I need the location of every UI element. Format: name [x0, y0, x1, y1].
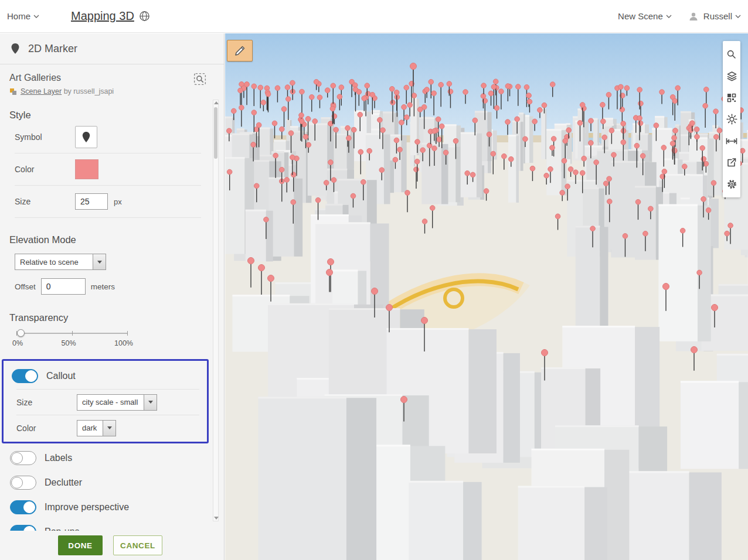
color-label: Color: [15, 165, 75, 174]
size-input[interactable]: [75, 193, 108, 210]
slider-handle[interactable]: [17, 329, 25, 337]
panel-footer: DONE CANCEL: [0, 531, 224, 560]
user-label: Russell: [703, 11, 732, 21]
sketch-edit-button[interactable]: [227, 40, 253, 62]
scrollbar-thumb[interactable]: [214, 107, 217, 159]
done-button[interactable]: DONE: [58, 535, 103, 555]
callout-toggle[interactable]: [12, 369, 38, 383]
improve-perspective-toggle-label: Improve perspective: [45, 502, 129, 513]
declutter-toggle-row: Declutter: [0, 470, 224, 495]
pin-symbol-icon: [81, 131, 91, 143]
scene-layer-icon: [9, 88, 17, 95]
tick-label-100: 100%: [114, 339, 133, 347]
search-button[interactable]: [723, 43, 740, 65]
size-row: Size px: [15, 185, 201, 217]
chevron-down-icon: [103, 421, 115, 436]
callout-size-dropdown[interactable]: city scale - small: [77, 394, 157, 411]
symbol-picker-button[interactable]: [75, 126, 97, 148]
offset-unit: meters: [91, 282, 115, 291]
panel-header: 2D Marker: [0, 33, 224, 64]
home-label: Home: [7, 11, 30, 21]
callout-color-value: dark: [77, 424, 103, 432]
settings-button[interactable]: [723, 173, 740, 195]
layer-info: Art Galleries Scene Layer by russell_jsa…: [0, 64, 224, 101]
style-heading: Style: [9, 110, 224, 121]
elevation-mode-dropdown[interactable]: Relative to scene: [15, 254, 106, 270]
measure-button[interactable]: [723, 130, 740, 152]
tick-label-0: 0%: [12, 339, 23, 347]
elevation-mode-value: Relative to scene: [15, 258, 93, 267]
user-avatar-icon: [687, 10, 700, 23]
share-button[interactable]: [723, 152, 740, 173]
color-row: Color: [15, 153, 201, 185]
symbol-row: Symbol: [15, 121, 201, 153]
callout-size-label: Size: [16, 398, 77, 407]
slider-track[interactable]: [16, 333, 128, 334]
size-unit: px: [114, 197, 122, 206]
offset-label: Offset: [15, 282, 36, 291]
measure-arrows-icon: [726, 137, 737, 145]
basemap-button[interactable]: [723, 87, 740, 108]
chevron-down-icon: [144, 395, 157, 410]
callout-highlight-group: Callout Size city scale - small Color da…: [2, 359, 209, 443]
marker-pin-icon: [9, 43, 21, 54]
layer-byline: by russell_jsapi: [64, 87, 114, 95]
3d-scene-canvas[interactable]: [225, 33, 748, 560]
callout-size-value: city scale - small: [77, 398, 144, 407]
symbol-label: Symbol: [15, 132, 75, 142]
callout-size-row: Size city scale - small: [16, 389, 199, 415]
chevron-down-icon: [735, 15, 741, 19]
transparency-heading: Transparency: [9, 312, 224, 323]
zoom-to-layer-button[interactable]: [193, 73, 206, 87]
page-title[interactable]: Mapping 3D: [71, 9, 134, 23]
gear-icon: [726, 179, 737, 190]
cancel-button[interactable]: CANCEL: [113, 535, 162, 555]
layers-icon: [726, 71, 737, 81]
labels-toggle-row: Labels: [0, 446, 224, 470]
scene-toolbar: [723, 41, 740, 197]
scroll-up-arrow-icon[interactable]: [214, 101, 219, 104]
daylight-button[interactable]: [723, 108, 740, 130]
sun-icon: [726, 114, 737, 125]
layers-button[interactable]: [723, 65, 740, 87]
basemap-grid-icon: [726, 93, 737, 103]
panel-title: 2D Marker: [28, 43, 77, 55]
callout-label: Callout: [46, 371, 76, 381]
marker-settings-panel: 2D Marker Art Galleries Scene Layer by r…: [0, 33, 225, 560]
labels-toggle-label: Labels: [45, 453, 72, 463]
search-icon: [726, 49, 737, 60]
share-icon: [726, 158, 737, 168]
new-scene-label: New Scene: [618, 11, 663, 21]
offset-input[interactable]: [41, 278, 86, 295]
chevron-down-icon: [666, 15, 672, 19]
declutter-toggle-label: Declutter: [45, 477, 82, 488]
color-picker-swatch[interactable]: [75, 159, 98, 179]
chevron-down-icon: [33, 15, 39, 19]
offset-row: Offset meters: [15, 278, 224, 295]
size-label: Size: [15, 197, 75, 206]
slider-labels: 0% 50% 100%: [12, 339, 133, 347]
new-scene-menu[interactable]: New Scene: [618, 11, 672, 21]
pencil-icon: [233, 45, 246, 57]
chevron-down-icon: [93, 254, 106, 269]
user-menu[interactable]: Russell: [703, 11, 741, 21]
improve-perspective-toggle[interactable]: [10, 500, 36, 514]
scroll-down-arrow-icon[interactable]: [214, 517, 219, 520]
transparency-slider[interactable]: [16, 333, 128, 334]
scene-layer-link[interactable]: Scene Layer: [21, 87, 62, 95]
callout-color-dropdown[interactable]: dark: [77, 420, 116, 436]
improve-perspective-toggle-row: Improve perspective: [0, 495, 224, 520]
labels-toggle[interactable]: [10, 451, 36, 465]
layer-name: Art Galleries: [9, 73, 215, 83]
declutter-toggle[interactable]: [10, 476, 36, 490]
scene-globe-icon: [139, 11, 150, 22]
app-header: Home Mapping 3D New Scene Russell: [0, 0, 748, 33]
scene-view[interactable]: [225, 33, 748, 560]
callout-color-row: Color dark: [16, 415, 199, 441]
panel-scrollbar[interactable]: [213, 100, 219, 521]
tick-label-50: 50%: [62, 339, 76, 347]
home-menu[interactable]: Home: [7, 11, 39, 21]
elevation-heading: Elevation Mode: [9, 234, 224, 245]
callout-color-label: Color: [16, 424, 77, 433]
